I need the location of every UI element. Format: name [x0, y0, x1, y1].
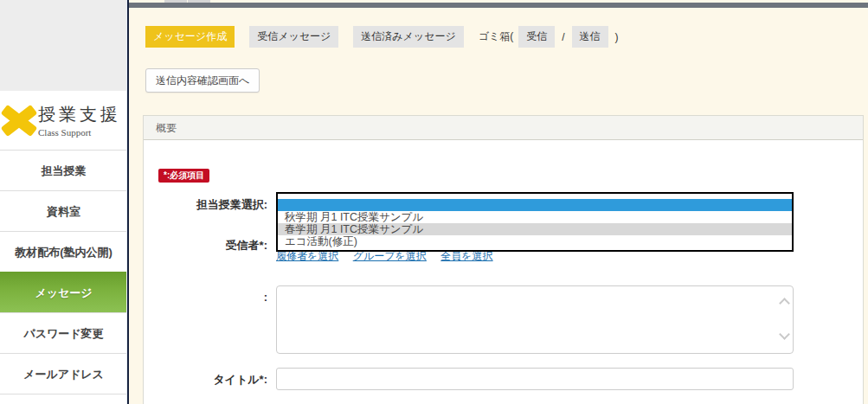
logo-text: 授業支援 Class Support: [38, 103, 121, 138]
body-label: :: [152, 291, 267, 304]
trash-label: ゴミ箱(: [479, 29, 514, 44]
app-logo: 授業支援 Class Support: [0, 91, 127, 150]
top-slate-bar: [129, 3, 868, 8]
class-support-screen: 授業支援 Class Support 担当授業 資料室 教材配布(塾内公開) メ…: [0, 0, 868, 404]
x-logo-icon: [2, 103, 36, 138]
recipient-link-1[interactable]: 履修者を選択: [276, 250, 338, 262]
sidebar-item-library[interactable]: 資料室: [0, 190, 127, 231]
app-title: 授業支援: [38, 103, 121, 126]
course-select-label: 担当授業選択:: [152, 197, 267, 213]
sidebar-item-messages[interactable]: メッセージ: [0, 272, 127, 312]
recipient-label: 受信者*:: [152, 238, 267, 253]
trash-label-close: ): [615, 31, 619, 43]
sidebar-item-email[interactable]: メールアドレス: [0, 353, 127, 394]
recipient-link-3[interactable]: 全員を選択: [440, 250, 492, 262]
tab-sent-messages[interactable]: 送信済みメッセージ: [353, 26, 463, 48]
dropdown-option-spring[interactable]: 春学期 月1 ITC授業サンプル: [278, 223, 792, 235]
sidebar: 授業支援 Class Support 担当授業 資料室 教材配布(塾内公開) メ…: [0, 0, 127, 404]
sidebar-item-password[interactable]: パスワード変更: [0, 312, 127, 353]
sidebar-item-materials[interactable]: 教材配布(塾内公開): [0, 231, 127, 272]
sidebar-top-spacer: [0, 0, 127, 91]
content-area: メッセージ作成 受信メッセージ 送信済みメッセージ ゴミ箱( 受信 / 送信 )…: [129, 0, 868, 404]
tab-trash-received[interactable]: 受信: [518, 26, 555, 48]
title-label: タイトル*:: [152, 372, 267, 388]
app-subtitle: Class Support: [38, 127, 121, 138]
overview-panel: 概要 *:必須項目 担当授業選択: 秋学期 月1 ITC授業サンプル 春学期 月…: [143, 115, 864, 404]
dropdown-option-fall[interactable]: 秋学期 月1 ITC授業サンプル: [278, 211, 792, 223]
course-select-dropdown[interactable]: 秋学期 月1 ITC授業サンプル 春学期 月1 ITC授業サンプル エコ活動(修…: [276, 192, 794, 252]
dropdown-option-eco[interactable]: エコ活動(修正): [278, 235, 792, 247]
dropdown-option-blank[interactable]: [278, 199, 792, 211]
recipient-link-2[interactable]: グループを選択: [353, 250, 427, 262]
sidebar-menu: 担当授業 資料室 教材配布(塾内公開) メッセージ パスワード変更 メールアドレ…: [0, 150, 127, 394]
panel-title: 概要: [144, 116, 863, 140]
tab-trash-sent[interactable]: 送信: [572, 26, 608, 48]
required-items-badge: *:必須項目: [158, 169, 209, 183]
tab-received-messages[interactable]: 受信メッセージ: [249, 26, 338, 48]
confirm-send-button[interactable]: 送信内容確認画面へ: [145, 68, 260, 93]
trash-separator: /: [562, 31, 564, 43]
trash-tab-group: ゴミ箱( 受信 / 送信 ): [479, 26, 619, 48]
message-title-input[interactable]: [276, 368, 794, 390]
sidebar-item-courses[interactable]: 担当授業: [0, 150, 127, 190]
message-body-textarea[interactable]: [276, 285, 794, 354]
tab-compose-message[interactable]: メッセージ作成: [145, 26, 235, 48]
message-tabs: メッセージ作成 受信メッセージ 送信済みメッセージ ゴミ箱( 受信 / 送信 ): [145, 26, 619, 48]
